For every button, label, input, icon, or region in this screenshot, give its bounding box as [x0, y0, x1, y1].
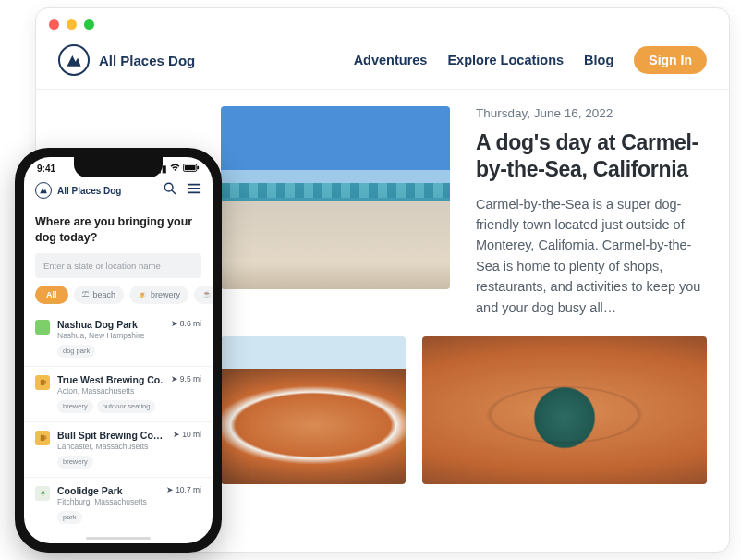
battery-icon: [183, 164, 200, 174]
tag: dog park: [57, 345, 95, 358]
nav-blog[interactable]: Blog: [584, 53, 613, 67]
signin-button[interactable]: Sign In: [634, 46, 707, 74]
list-item[interactable]: Nashua Dog Park Nashua, New Hampshire ➤8…: [24, 311, 213, 366]
list-item[interactable]: Bull Spit Brewing Company Lancaster, Mas…: [24, 421, 213, 477]
svg-point-3: [164, 183, 173, 191]
article-date: Thursday, June 16, 2022: [476, 106, 707, 120]
mobile-logo-icon: [35, 182, 52, 199]
beach-icon: ⛱: [82, 290, 90, 298]
chip-all[interactable]: All: [35, 286, 68, 304]
mobile-brand[interactable]: All Places Dog: [35, 182, 121, 199]
close-icon[interactable]: [49, 19, 59, 30]
maximize-icon[interactable]: [84, 19, 94, 30]
location-list: Nashua Dog Park Nashua, New Hampshire ➤8…: [24, 310, 213, 543]
nav-explore[interactable]: Explore Locations: [447, 53, 564, 67]
svg-rect-2: [197, 166, 199, 170]
svg-rect-11: [44, 436, 46, 439]
item-location: Lancaster, Massachusetts: [57, 442, 165, 451]
status-time: 9:41: [37, 164, 55, 174]
menu-icon[interactable]: [187, 182, 201, 199]
item-name: Bull Spit Brewing Company: [57, 430, 165, 441]
chip-brewery[interactable]: 🍺brewery: [129, 286, 188, 304]
mobile-brand-text: All Places Dog: [57, 186, 121, 196]
brand-text: All Places Dog: [99, 53, 195, 68]
item-location: Fitchburg, Massachusetts: [57, 497, 159, 506]
article-image[interactable]: [221, 106, 450, 289]
minimize-icon[interactable]: [67, 19, 77, 30]
search-prompt: Where are you bringing your dog today?: [24, 207, 213, 253]
svg-rect-1: [185, 165, 196, 170]
park-icon: [35, 486, 50, 501]
nav-links: Adventures Explore Locations Blog Sign I…: [354, 46, 707, 74]
brand[interactable]: All Places Dog: [58, 44, 195, 76]
phone-screen: 9:41 ▮▮▮ All Places Dog: [24, 157, 213, 543]
tag: park: [57, 511, 82, 524]
brewery-icon: [35, 375, 50, 390]
item-distance: ➤10 mi: [173, 430, 201, 439]
nav-adventures[interactable]: Adventures: [354, 53, 428, 67]
gallery-image-2[interactable]: [422, 336, 707, 484]
location-arrow-icon: ➤: [171, 374, 178, 383]
article-body: Carmel-by-the-Sea is a super dog-friendl…: [476, 194, 707, 319]
item-distance: ➤9.5 mi: [171, 374, 201, 383]
location-arrow-icon: ➤: [166, 485, 174, 494]
gallery-image-1[interactable]: [221, 336, 406, 484]
tag: outdoor seating: [97, 400, 156, 413]
article-title[interactable]: A dog's day at Carmel-by-the-Sea, Califo…: [476, 129, 707, 183]
mobile-header: All Places Dog: [24, 176, 213, 207]
list-item[interactable]: Coolidge Park Fitchburg, Massachusetts ➤…: [24, 477, 213, 532]
scroll-indicator: [86, 537, 151, 540]
tag: brewery: [57, 456, 93, 469]
list-item[interactable]: True West Brewing Co. Acton, Massachuset…: [24, 366, 213, 421]
item-distance: ➤8.6 mi: [171, 319, 201, 328]
item-name: True West Brewing Co.: [57, 374, 164, 385]
cafe-icon: ☕: [202, 290, 212, 298]
svg-rect-8: [40, 380, 44, 385]
window-controls: [36, 8, 729, 39]
item-location: Nashua, New Hampshire: [57, 331, 164, 340]
chip-beach[interactable]: ⛱beach: [74, 286, 125, 304]
chip-cafe[interactable]: ☕cafe: [194, 286, 213, 304]
location-arrow-icon: ➤: [171, 319, 178, 328]
logo-icon: [58, 44, 90, 76]
brewery-icon: 🍺: [138, 290, 147, 298]
filter-chips: All ⛱beach 🍺brewery ☕cafe: [24, 286, 213, 310]
brewery-icon: [35, 431, 50, 445]
item-name: Nashua Dog Park: [57, 319, 164, 330]
item-location: Acton, Massachusetts: [57, 386, 164, 396]
search-icon[interactable]: [163, 181, 177, 200]
svg-line-4: [172, 190, 176, 194]
location-arrow-icon: ➤: [173, 430, 180, 439]
svg-rect-12: [42, 494, 43, 496]
svg-rect-10: [40, 435, 44, 441]
wifi-icon: [170, 164, 180, 174]
svg-rect-9: [44, 381, 46, 383]
item-name: Coolidge Park: [57, 485, 159, 496]
phone-frame: 9:41 ▮▮▮ All Places Dog: [15, 148, 222, 553]
search-input[interactable]: Enter a state or location name: [35, 253, 201, 278]
item-distance: ➤10.7 mi: [166, 485, 201, 494]
phone-notch: [74, 157, 163, 177]
park-icon: [35, 320, 50, 335]
tag: brewery: [57, 400, 93, 413]
article-text: Thursday, June 16, 2022 A dog's day at C…: [476, 106, 707, 318]
top-nav: All Places Dog Adventures Explore Locati…: [36, 39, 729, 90]
